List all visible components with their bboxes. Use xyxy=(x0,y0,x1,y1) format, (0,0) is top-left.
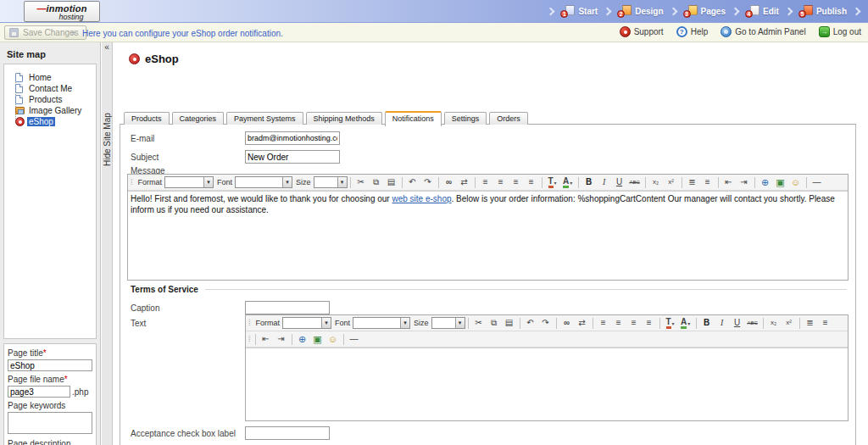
horizontal-rule-icon-button[interactable]: — xyxy=(348,332,361,346)
message-link[interactable]: web site e-shop xyxy=(392,194,451,203)
numbered-list-icon-button[interactable]: ≣ xyxy=(686,175,699,189)
text-color-icon-button[interactable]: T xyxy=(664,316,677,330)
align-left-icon-button[interactable]: ≡ xyxy=(479,175,492,189)
go-to-admin-panel-button[interactable]: Go to Admin Panel xyxy=(721,26,805,37)
superscript-icon-button[interactable]: x² xyxy=(782,316,796,330)
link-icon-button[interactable]: ⊕ xyxy=(296,332,309,346)
dropdown-arrow-icon[interactable]: ▾ xyxy=(400,318,409,328)
italic-icon-button[interactable]: I xyxy=(715,316,729,330)
dropdown-arrow-icon[interactable]: ▾ xyxy=(337,177,347,187)
font-dropdown[interactable]: ▾ xyxy=(235,176,292,188)
bold-icon-button[interactable]: B xyxy=(582,175,596,189)
tos-editor-content[interactable] xyxy=(246,348,848,420)
replace-icon-button[interactable]: ⇄ xyxy=(576,316,589,330)
underline-icon-button[interactable]: U xyxy=(731,316,744,330)
smiley-icon-button[interactable]: ☺ xyxy=(789,175,803,189)
strikethrough-icon-button[interactable]: ABC xyxy=(746,316,760,330)
tab-categories[interactable]: Categories xyxy=(172,112,225,125)
align-center-icon-button[interactable]: ≡ xyxy=(612,316,626,330)
dropdown-arrow-icon[interactable]: ▾ xyxy=(282,177,292,187)
nav-publish[interactable]: 5Publish xyxy=(798,5,847,18)
email-input[interactable] xyxy=(245,131,340,145)
paste-icon-button[interactable]: ▤ xyxy=(385,175,398,189)
size-dropdown[interactable]: ▾ xyxy=(314,176,348,188)
horizontal-rule-icon-button[interactable]: — xyxy=(810,175,824,189)
indent-icon-button[interactable]: ⇥ xyxy=(275,332,288,346)
subscript-icon-button[interactable]: x₂ xyxy=(649,175,663,189)
help-button[interactable]: ?Help xyxy=(676,26,709,37)
caption-input[interactable] xyxy=(245,301,330,314)
bullet-list-icon-button[interactable]: ≡ xyxy=(819,316,832,330)
acceptance-checkbox-label-input[interactable] xyxy=(245,426,330,440)
toolbar-drag-handle[interactable]: ⁞ xyxy=(248,319,250,327)
outdent-icon-button[interactable]: ⇤ xyxy=(259,332,273,346)
find-icon-button[interactable]: ∞ xyxy=(442,175,456,189)
smiley-icon-button[interactable]: ☺ xyxy=(326,332,340,346)
superscript-icon-button[interactable]: x² xyxy=(665,175,678,189)
size-dropdown[interactable]: ▾ xyxy=(431,317,465,329)
page-title-input[interactable] xyxy=(8,359,92,371)
link-icon-button[interactable]: ⊕ xyxy=(759,175,772,189)
sitemap-item-contact-me[interactable]: Contact Me xyxy=(4,83,96,94)
sitemap-item-products[interactable]: Products xyxy=(4,94,96,105)
align-right-icon-button[interactable]: ≡ xyxy=(627,316,641,330)
numbered-list-icon-button[interactable]: ≣ xyxy=(804,316,817,330)
underline-icon-button[interactable]: U xyxy=(613,175,626,189)
sitemap-item-home[interactable]: Home xyxy=(4,72,96,83)
redo-icon-button[interactable]: ↷ xyxy=(421,175,435,189)
font-dropdown[interactable]: ▾ xyxy=(353,317,410,329)
toolbar-drag-handle[interactable]: ⁞ xyxy=(131,178,132,186)
format-dropdown[interactable]: ▾ xyxy=(282,317,331,329)
cut-icon-button[interactable]: ✂ xyxy=(472,316,486,330)
cut-icon-button[interactable]: ✂ xyxy=(354,175,368,189)
italic-icon-button[interactable]: I xyxy=(598,175,611,189)
tab-payment-systems[interactable]: Payment Systems xyxy=(226,112,303,125)
find-icon-button[interactable]: ∞ xyxy=(560,316,574,330)
image-icon-button[interactable]: ▣ xyxy=(311,332,325,346)
nav-edit[interactable]: 4Edit xyxy=(745,5,779,18)
page-file-name-input[interactable] xyxy=(8,386,70,398)
sitemap-item-image-gallery[interactable]: Image Gallery xyxy=(4,105,96,116)
collapse-chevron-icon[interactable]: « xyxy=(102,42,112,53)
sitemap-item-eshop[interactable]: eShop xyxy=(4,116,96,127)
nav-start[interactable]: 1Start xyxy=(560,5,598,18)
hide-sitemap-label[interactable]: Hide Site Map xyxy=(102,56,113,166)
support-button[interactable]: Support xyxy=(620,26,664,37)
bg-color-icon-button[interactable]: A xyxy=(679,316,693,330)
replace-icon-button[interactable]: ⇄ xyxy=(458,175,471,189)
dropdown-arrow-icon[interactable]: ▾ xyxy=(203,177,213,187)
tab-products[interactable]: Products xyxy=(124,112,170,125)
paste-icon-button[interactable]: ▤ xyxy=(503,316,516,330)
subscript-icon-button[interactable]: x₂ xyxy=(767,316,781,330)
tab-settings[interactable]: Settings xyxy=(444,112,487,125)
tab-orders[interactable]: Orders xyxy=(489,112,528,125)
text-color-icon-button[interactable]: T xyxy=(546,175,559,189)
page-keywords-textarea[interactable] xyxy=(8,412,92,434)
hide-sitemap-strip[interactable]: « Hide Site Map xyxy=(102,42,113,445)
align-justify-icon-button[interactable]: ≡ xyxy=(525,175,538,189)
redo-icon-button[interactable]: ↷ xyxy=(539,316,553,330)
dropdown-arrow-icon[interactable]: ▾ xyxy=(455,318,465,328)
align-right-icon-button[interactable]: ≡ xyxy=(509,175,523,189)
bullet-list-icon-button[interactable]: ≡ xyxy=(701,175,715,189)
format-dropdown[interactable]: ▾ xyxy=(164,176,214,188)
log-out-button[interactable]: →Log out xyxy=(819,26,861,37)
bold-icon-button[interactable]: B xyxy=(700,316,714,330)
tab-notifications[interactable]: Notifications xyxy=(385,111,442,126)
toolbar-drag-handle[interactable]: ⁞ xyxy=(248,335,250,343)
image-icon-button[interactable]: ▣ xyxy=(774,175,787,189)
dropdown-arrow-icon[interactable]: ▾ xyxy=(321,318,331,328)
bg-color-icon-button[interactable]: A xyxy=(561,175,575,189)
nav-design[interactable]: 2Design xyxy=(617,5,663,18)
subject-input[interactable] xyxy=(245,150,340,164)
align-left-icon-button[interactable]: ≡ xyxy=(597,316,610,330)
align-justify-icon-button[interactable]: ≡ xyxy=(643,316,656,330)
message-editor-content[interactable]: Hello! First and foremost, we would like… xyxy=(128,191,848,280)
undo-icon-button[interactable]: ↶ xyxy=(524,316,537,330)
strikethrough-icon-button[interactable]: ABC xyxy=(628,175,642,189)
tab-shipping-methods[interactable]: Shipping Methods xyxy=(306,112,382,125)
indent-icon-button[interactable]: ⇥ xyxy=(737,175,751,189)
copy-icon-button[interactable]: ⧉ xyxy=(487,316,501,330)
outdent-icon-button[interactable]: ⇤ xyxy=(722,175,736,189)
undo-icon-button[interactable]: ↶ xyxy=(406,175,420,189)
